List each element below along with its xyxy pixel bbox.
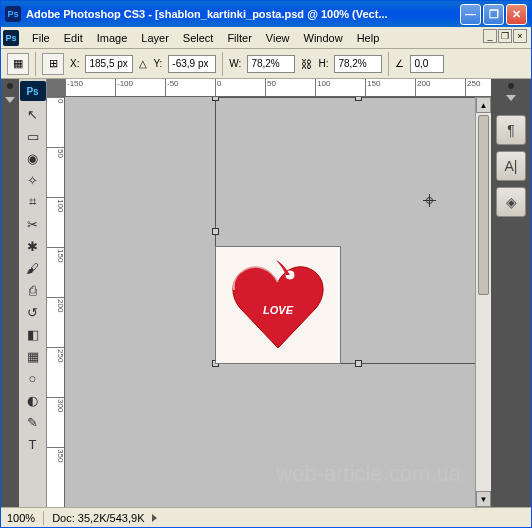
ruler-tick: 100 xyxy=(47,197,65,212)
y-label: Y: xyxy=(153,58,162,69)
transform-pivot-icon[interactable] xyxy=(423,194,436,207)
x-input[interactable]: 185,5 px xyxy=(85,55,133,73)
move-tool[interactable]: ↖ xyxy=(21,103,45,125)
transform-handle[interactable] xyxy=(355,97,362,101)
doc-size[interactable]: Doc: 35,2K/543,9K xyxy=(52,512,144,524)
close-button[interactable]: ✕ xyxy=(506,4,527,25)
ps-menu-icon[interactable]: Ps xyxy=(3,30,19,46)
ruler-tick: 100 xyxy=(315,79,330,97)
toolbox-header-icon: Ps xyxy=(20,81,46,101)
paragraph-panel-button[interactable]: ¶ xyxy=(496,115,526,145)
window-title: Adobe Photoshop CS3 - [shablon_kartinki_… xyxy=(26,8,460,20)
status-menu-icon[interactable] xyxy=(152,514,157,522)
menu-select[interactable]: Select xyxy=(176,30,221,46)
y-delta-icon: △ xyxy=(139,58,147,69)
character-panel-button[interactable]: A| xyxy=(496,151,526,181)
gradient-tool[interactable]: ▦ xyxy=(21,345,45,367)
lasso-tool[interactable]: ◉ xyxy=(21,147,45,169)
ruler-tick: 250 xyxy=(47,347,65,362)
ruler-tick: 200 xyxy=(47,297,65,312)
statusbar: 100% Doc: 35,2K/543,9K xyxy=(1,507,531,527)
layers-panel-button[interactable]: ◈ xyxy=(496,187,526,217)
slice-tool[interactable]: ✂ xyxy=(21,213,45,235)
type-tool[interactable]: T xyxy=(21,433,45,455)
ruler-tick: 350 xyxy=(47,447,65,462)
right-dock-rail[interactable]: ¶ A| ◈ xyxy=(491,79,531,507)
angle-label: ∠ xyxy=(395,58,404,69)
scroll-up-button[interactable]: ▲ xyxy=(476,97,491,113)
menu-image[interactable]: Image xyxy=(90,30,135,46)
options-bar: ▦ ⊞ X: 185,5 px △ Y: -63,9 px W: 78,2% H… xyxy=(1,49,531,79)
history-brush-tool[interactable]: ↺ xyxy=(21,301,45,323)
w-label: W: xyxy=(229,58,241,69)
ruler-tick: -150 xyxy=(65,79,83,97)
ruler-horizontal[interactable]: -150 -100 -50 0 50 100 150 200 250 xyxy=(65,79,491,97)
menu-window[interactable]: Window xyxy=(297,30,350,46)
ruler-vertical[interactable]: 0 50 100 150 200 250 300 350 xyxy=(47,97,65,507)
link-wh-icon[interactable] xyxy=(301,58,312,70)
healing-brush-tool[interactable]: ✱ xyxy=(21,235,45,257)
blur-tool[interactable]: ○ xyxy=(21,367,45,389)
ruler-tick: 150 xyxy=(365,79,380,97)
ruler-tick: 0 xyxy=(215,79,221,97)
workspace: Ps ↖ ▭ ◉ ✧ ⌗ ✂ ✱ 🖌 ⎙ ↺ ◧ ▦ ○ ◐ ✎ T -150 … xyxy=(1,79,531,507)
menu-edit[interactable]: Edit xyxy=(57,30,90,46)
scroll-down-button[interactable]: ▼ xyxy=(476,491,491,507)
maximize-button[interactable]: ❐ xyxy=(483,4,504,25)
menu-file[interactable]: File xyxy=(25,30,57,46)
canvas-area: -150 -100 -50 0 50 100 150 200 250 0 50 … xyxy=(47,79,491,507)
dock-expand-icon[interactable] xyxy=(5,97,15,103)
transform-preset-icon[interactable]: ▦ xyxy=(7,53,29,75)
x-label: X: xyxy=(70,58,79,69)
menu-filter[interactable]: Filter xyxy=(220,30,258,46)
menu-help[interactable]: Help xyxy=(350,30,387,46)
toolbox: Ps ↖ ▭ ◉ ✧ ⌗ ✂ ✱ 🖌 ⎙ ↺ ◧ ▦ ○ ◐ ✎ T xyxy=(19,79,47,507)
menu-view[interactable]: View xyxy=(259,30,297,46)
doc-close-button[interactable]: × xyxy=(513,29,527,43)
scrollbar-vertical[interactable]: ▲ ▼ xyxy=(475,97,491,507)
menu-layer[interactable]: Layer xyxy=(134,30,176,46)
angle-input[interactable]: 0,0 xyxy=(410,55,444,73)
transform-handle[interactable] xyxy=(212,228,219,235)
ruler-tick: 300 xyxy=(47,397,65,412)
dock-grip-icon xyxy=(508,83,514,89)
w-input[interactable]: 78,2% xyxy=(247,55,295,73)
brush-tool[interactable]: 🖌 xyxy=(21,257,45,279)
reference-point-icon[interactable]: ⊞ xyxy=(42,53,64,75)
photoshop-window: Ps Adobe Photoshop CS3 - [shablon_kartin… xyxy=(0,0,532,528)
clone-stamp-tool[interactable]: ⎙ xyxy=(21,279,45,301)
ruler-tick: 200 xyxy=(415,79,430,97)
ruler-tick: 50 xyxy=(265,79,276,97)
y-input[interactable]: -63,9 px xyxy=(168,55,216,73)
ruler-tick: -100 xyxy=(115,79,133,97)
crop-tool[interactable]: ⌗ xyxy=(21,191,45,213)
magic-wand-tool[interactable]: ✧ xyxy=(21,169,45,191)
heart-image-layer[interactable]: LOVE xyxy=(215,246,341,364)
app-icon: Ps xyxy=(5,6,21,22)
marquee-tool[interactable]: ▭ xyxy=(21,125,45,147)
svg-text:LOVE: LOVE xyxy=(263,304,294,316)
h-input[interactable]: 78,2% xyxy=(334,55,382,73)
eraser-tool[interactable]: ◧ xyxy=(21,323,45,345)
pen-tool[interactable]: ✎ xyxy=(21,411,45,433)
ruler-tick: 0 xyxy=(47,97,65,103)
dodge-tool[interactable]: ◐ xyxy=(21,389,45,411)
transform-handle[interactable] xyxy=(212,97,219,101)
doc-restore-button[interactable]: ❐ xyxy=(498,29,512,43)
titlebar[interactable]: Ps Adobe Photoshop CS3 - [shablon_kartin… xyxy=(1,1,531,27)
zoom-level[interactable]: 100% xyxy=(7,512,35,524)
doc-minimize-button[interactable]: _ xyxy=(483,29,497,43)
h-label: H: xyxy=(318,58,328,69)
ruler-tick: 150 xyxy=(47,247,65,262)
left-dock-rail[interactable] xyxy=(1,79,19,507)
transform-handle[interactable] xyxy=(355,360,362,367)
dock-grip-icon xyxy=(7,83,13,89)
menubar: Ps File Edit Image Layer Select Filter V… xyxy=(1,27,531,49)
ruler-tick: -50 xyxy=(165,79,179,97)
canvas[interactable]: LOVE ▲ ▼ web-article.com.ua xyxy=(65,97,491,507)
minimize-button[interactable]: — xyxy=(460,4,481,25)
watermark-text: web-article.com.ua xyxy=(276,461,461,487)
ruler-tick: 250 xyxy=(465,79,480,97)
scroll-thumb[interactable] xyxy=(478,115,489,295)
dock-collapse-icon[interactable] xyxy=(506,95,516,101)
